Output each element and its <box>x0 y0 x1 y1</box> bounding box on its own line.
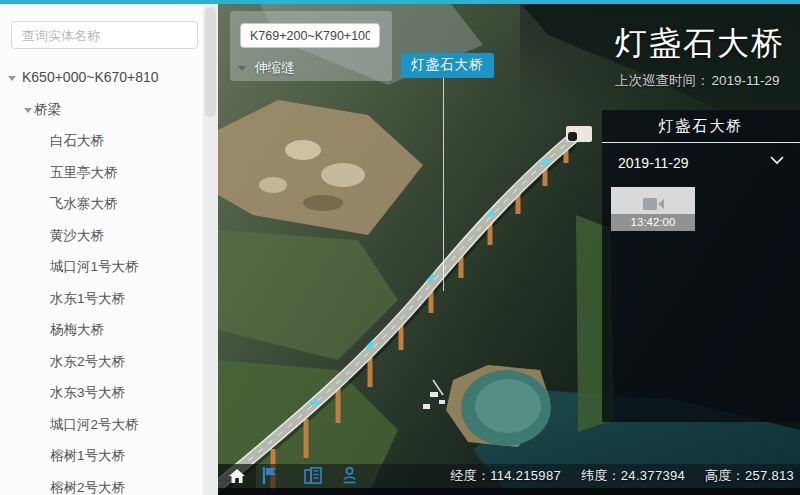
panel-title: 灯盏石大桥 <box>602 110 800 143</box>
map-toolbar: 经度：114.215987 纬度：24.377394 高度：257.813 <box>218 464 800 495</box>
chevron-down-icon[interactable] <box>770 156 784 165</box>
last-inspection-date: 2019-11-29 <box>712 73 780 88</box>
scrollbar-thumb[interactable] <box>205 7 216 117</box>
home-button[interactable] <box>218 464 256 488</box>
top-accent-bar <box>0 0 800 4</box>
page-title: 灯盏石大桥 <box>602 22 798 66</box>
layer-panel: 伸缩缝 <box>230 11 392 81</box>
inspection-date: 2019-11-29 <box>618 155 689 171</box>
tree-group-bridges[interactable]: 桥梁 <box>0 94 203 126</box>
inspection-panel: 灯盏石大桥 2019-11-29 13:42:00 <box>602 110 800 422</box>
last-inspection-label: 上次巡查时间： <box>615 73 710 88</box>
tree-item-bridge[interactable]: 榕树1号大桥 <box>0 440 203 472</box>
chevron-down-icon[interactable] <box>8 76 16 81</box>
sidebar: K650+000~K670+810 桥梁 白石大桥 五里亭大桥 飞水寨大桥 黄沙… <box>0 4 218 495</box>
last-inspection: 上次巡查时间：2019-11-29 <box>602 72 798 90</box>
tree-group-label: 桥梁 <box>34 102 61 117</box>
tree-item-bridge[interactable]: 榕树2号大桥 <box>0 472 203 495</box>
tree-root-label: K650+000~K670+810 <box>22 69 159 85</box>
tree-item-bridge[interactable]: 水东2号大桥 <box>0 346 203 378</box>
tree-item-bridge[interactable]: 白石大桥 <box>0 125 203 157</box>
altitude: 高度：257.813 <box>705 467 794 485</box>
bridge-map-label[interactable]: 灯盏石大桥 <box>401 53 494 78</box>
layer-label: 伸缩缝 <box>254 59 295 77</box>
bridge-inspection-app: K650+000~K670+810 桥梁 白石大桥 五里亭大桥 飞水寨大桥 黄沙… <box>0 0 800 495</box>
tree-item-bridge[interactable]: 城口河2号大桥 <box>0 409 203 441</box>
flag-icon[interactable] <box>262 467 277 484</box>
layer-tree-node[interactable]: 伸缩缝 <box>238 59 295 77</box>
tree-item-bridge[interactable]: 杨梅大桥 <box>0 314 203 346</box>
search-input[interactable] <box>11 21 198 49</box>
chevron-down-icon[interactable] <box>24 108 32 113</box>
bridge-tree: K650+000~K670+810 桥梁 白石大桥 五里亭大桥 飞水寨大桥 黄沙… <box>0 62 203 495</box>
label-leader-line <box>443 75 444 291</box>
coordinates-readout: 经度：114.215987 纬度：24.377394 高度：257.813 <box>450 464 794 488</box>
tree-item-bridge[interactable]: 城口河1号大桥 <box>0 251 203 283</box>
building-icon[interactable] <box>304 467 323 484</box>
chevron-down-icon[interactable] <box>238 66 246 71</box>
toolbar-bottom-strip <box>218 488 800 495</box>
tree-item-bridge[interactable]: 飞水寨大桥 <box>0 188 203 220</box>
latitude: 纬度：24.377394 <box>581 467 685 485</box>
tree-item-bridge[interactable]: 水东3号大桥 <box>0 377 203 409</box>
tree-item-bridge[interactable]: 黄沙大桥 <box>0 220 203 252</box>
tree-item-bridge[interactable]: 水东1号大桥 <box>0 283 203 315</box>
longitude: 经度：114.215987 <box>450 467 561 485</box>
home-icon <box>229 469 245 484</box>
video-thumbnail[interactable]: 13:42:00 <box>611 187 695 231</box>
video-camera-icon <box>643 197 665 211</box>
map-3d-view[interactable]: 伸缩缝 灯盏石大桥 灯盏石大桥 上次巡查时间：2019-11-29 灯盏石大桥 … <box>218 0 800 495</box>
video-timestamp: 13:42:00 <box>611 214 695 231</box>
inspection-date-dropdown[interactable]: 2019-11-29 <box>602 143 800 183</box>
stake-range-input[interactable] <box>240 23 380 48</box>
sidebar-scrollbar[interactable] <box>203 4 218 495</box>
header: 灯盏石大桥 上次巡查时间：2019-11-29 <box>602 22 798 90</box>
person-location-icon[interactable] <box>342 467 357 484</box>
tree-item-bridge[interactable]: 五里亭大桥 <box>0 157 203 189</box>
tree-root-section[interactable]: K650+000~K670+810 <box>0 62 203 94</box>
